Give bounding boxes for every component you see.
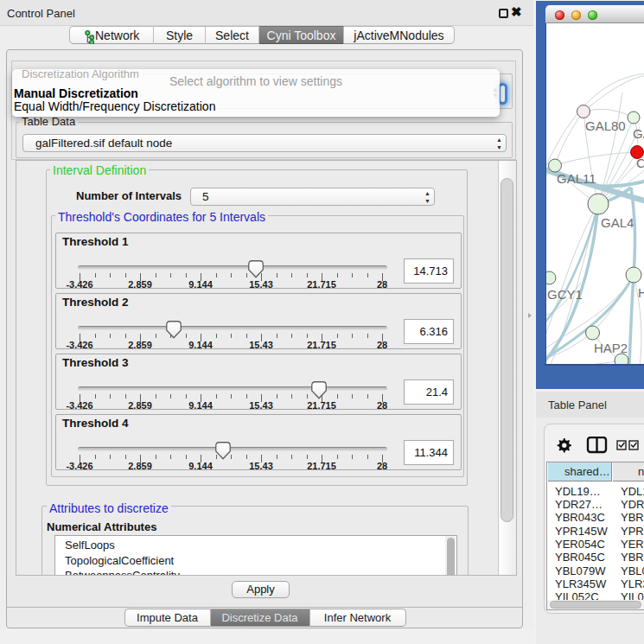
svg-text:GA: GA — [633, 126, 644, 141]
svg-text:HAP2: HAP2 — [594, 341, 628, 355]
svg-text:GAL80: GAL80 — [585, 118, 626, 133]
svg-text:GAL11: GAL11 — [557, 171, 596, 186]
svg-text:H: H — [638, 285, 644, 300]
svg-text:GAL4: GAL4 — [601, 215, 634, 230]
svg-text:GCY1: GCY1 — [547, 287, 583, 302]
svg-text:C: C — [636, 156, 644, 170]
